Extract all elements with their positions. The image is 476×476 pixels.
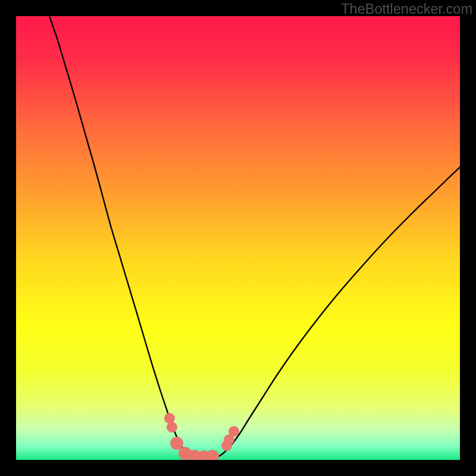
data-marker [228, 426, 239, 437]
plot-area [16, 16, 460, 460]
watermark-text: TheBottlenecker.com [341, 1, 472, 17]
data-marker [167, 422, 177, 433]
gradient-background [16, 16, 460, 460]
data-marker [170, 437, 183, 450]
frame: TheBottlenecker.com [0, 0, 476, 476]
chart-svg [16, 16, 460, 460]
